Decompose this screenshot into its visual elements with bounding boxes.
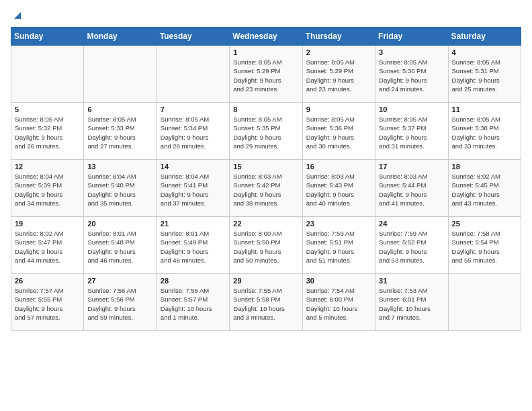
day-number: 30: [306, 277, 371, 285]
calendar-cell: [11, 46, 84, 103]
calendar-week-row: 5Sunrise: 8:05 AM Sunset: 5:32 PM Daylig…: [11, 103, 521, 160]
day-number: 10: [379, 105, 444, 113]
day-number: 17: [379, 163, 444, 171]
weekday-header-wednesday: Wednesday: [230, 28, 302, 46]
day-number: 27: [87, 277, 152, 285]
day-content: Sunrise: 7:56 AM Sunset: 5:56 PM Dayligh…: [87, 286, 152, 322]
day-number: 29: [233, 277, 298, 285]
weekday-header-thursday: Thursday: [302, 28, 375, 46]
day-content: Sunrise: 8:05 AM Sunset: 5:36 PM Dayligh…: [306, 115, 371, 150]
calendar-cell: 11Sunrise: 8:05 AM Sunset: 5:38 PM Dayli…: [448, 103, 521, 160]
calendar-cell: 15Sunrise: 8:03 AM Sunset: 5:42 PM Dayli…: [230, 160, 302, 217]
day-number: 28: [161, 277, 226, 285]
day-number: 3: [379, 48, 444, 56]
day-content: Sunrise: 8:05 AM Sunset: 5:29 PM Dayligh…: [233, 58, 298, 93]
day-number: 21: [161, 220, 226, 228]
day-content: Sunrise: 8:03 AM Sunset: 5:44 PM Dayligh…: [379, 172, 444, 208]
calendar-cell: 10Sunrise: 8:05 AM Sunset: 5:37 PM Dayli…: [375, 103, 448, 160]
calendar-cell: 3Sunrise: 8:05 AM Sunset: 5:30 PM Daylig…: [375, 46, 448, 103]
day-content: Sunrise: 8:03 AM Sunset: 5:42 PM Dayligh…: [233, 172, 298, 208]
day-number: 5: [15, 105, 80, 113]
day-content: Sunrise: 8:05 AM Sunset: 5:30 PM Dayligh…: [379, 58, 444, 93]
calendar-cell: 16Sunrise: 8:03 AM Sunset: 5:43 PM Dayli…: [302, 160, 375, 217]
day-number: 13: [87, 163, 152, 171]
day-content: Sunrise: 7:53 AM Sunset: 6:01 PM Dayligh…: [379, 286, 444, 322]
day-content: Sunrise: 7:57 AM Sunset: 5:55 PM Dayligh…: [15, 286, 80, 322]
calendar-cell: [448, 274, 521, 331]
day-number: 26: [15, 277, 80, 285]
weekday-row: SundayMondayTuesdayWednesdayThursdayFrid…: [11, 28, 521, 46]
day-content: Sunrise: 8:05 AM Sunset: 5:31 PM Dayligh…: [452, 58, 517, 93]
day-content: Sunrise: 8:00 AM Sunset: 5:50 PM Dayligh…: [233, 229, 298, 265]
day-content: Sunrise: 8:01 AM Sunset: 5:48 PM Dayligh…: [87, 229, 152, 265]
day-number: 20: [87, 220, 152, 228]
weekday-header-saturday: Saturday: [448, 28, 521, 46]
calendar-cell: [157, 46, 229, 103]
calendar-cell: 9Sunrise: 8:05 AM Sunset: 5:36 PM Daylig…: [302, 103, 375, 160]
calendar-cell: 14Sunrise: 8:04 AM Sunset: 5:41 PM Dayli…: [157, 160, 229, 217]
calendar-cell: 29Sunrise: 7:55 AM Sunset: 5:58 PM Dayli…: [230, 274, 302, 331]
calendar-cell: 18Sunrise: 8:02 AM Sunset: 5:45 PM Dayli…: [448, 160, 521, 217]
day-content: Sunrise: 8:02 AM Sunset: 5:45 PM Dayligh…: [452, 172, 517, 208]
day-number: 15: [233, 163, 298, 171]
day-content: Sunrise: 8:04 AM Sunset: 5:40 PM Dayligh…: [87, 172, 152, 208]
calendar-cell: 19Sunrise: 8:02 AM Sunset: 5:47 PM Dayli…: [11, 217, 84, 274]
day-number: 25: [452, 220, 517, 228]
logo-triangle-icon: [11, 9, 22, 20]
day-number: 8: [233, 105, 298, 113]
calendar-cell: 1Sunrise: 8:05 AM Sunset: 5:29 PM Daylig…: [230, 46, 302, 103]
calendar-cell: 24Sunrise: 7:59 AM Sunset: 5:52 PM Dayli…: [375, 217, 448, 274]
day-content: Sunrise: 8:05 AM Sunset: 5:29 PM Dayligh…: [306, 58, 371, 93]
day-content: Sunrise: 8:05 AM Sunset: 5:38 PM Dayligh…: [452, 115, 517, 150]
day-content: Sunrise: 8:05 AM Sunset: 5:32 PM Dayligh…: [15, 115, 80, 150]
calendar-week-row: 12Sunrise: 8:04 AM Sunset: 5:39 PM Dayli…: [11, 160, 521, 217]
day-number: 24: [379, 220, 444, 228]
day-content: Sunrise: 8:05 AM Sunset: 5:34 PM Dayligh…: [161, 115, 226, 150]
calendar-week-row: 26Sunrise: 7:57 AM Sunset: 5:55 PM Dayli…: [11, 274, 521, 331]
calendar-header: SundayMondayTuesdayWednesdayThursdayFrid…: [11, 28, 521, 46]
calendar-cell: 2Sunrise: 8:05 AM Sunset: 5:29 PM Daylig…: [302, 46, 375, 103]
day-number: 18: [452, 163, 517, 171]
calendar-cell: 25Sunrise: 7:58 AM Sunset: 5:54 PM Dayli…: [448, 217, 521, 274]
calendar-cell: 23Sunrise: 7:59 AM Sunset: 5:51 PM Dayli…: [302, 217, 375, 274]
calendar-cell: 12Sunrise: 8:04 AM Sunset: 5:39 PM Dayli…: [11, 160, 84, 217]
calendar-body: 1Sunrise: 8:05 AM Sunset: 5:29 PM Daylig…: [11, 46, 521, 331]
day-content: Sunrise: 8:03 AM Sunset: 5:43 PM Dayligh…: [306, 172, 371, 208]
svg-marker-0: [14, 12, 21, 19]
day-content: Sunrise: 7:55 AM Sunset: 5:58 PM Dayligh…: [233, 286, 298, 322]
calendar-cell: 26Sunrise: 7:57 AM Sunset: 5:55 PM Dayli…: [11, 274, 84, 331]
page-header: [11, 11, 521, 20]
day-number: 22: [233, 220, 298, 228]
calendar-cell: 31Sunrise: 7:53 AM Sunset: 6:01 PM Dayli…: [375, 274, 448, 331]
day-number: 19: [15, 220, 80, 228]
day-content: Sunrise: 7:59 AM Sunset: 5:52 PM Dayligh…: [379, 229, 444, 265]
calendar-cell: 20Sunrise: 8:01 AM Sunset: 5:48 PM Dayli…: [84, 217, 157, 274]
day-number: 7: [161, 105, 226, 113]
weekday-header-tuesday: Tuesday: [157, 28, 229, 46]
day-number: 23: [306, 220, 371, 228]
calendar-cell: 22Sunrise: 8:00 AM Sunset: 5:50 PM Dayli…: [230, 217, 302, 274]
calendar-cell: 28Sunrise: 7:56 AM Sunset: 5:57 PM Dayli…: [157, 274, 229, 331]
day-number: 31: [379, 277, 444, 285]
calendar-cell: 30Sunrise: 7:54 AM Sunset: 6:00 PM Dayli…: [302, 274, 375, 331]
calendar-cell: 27Sunrise: 7:56 AM Sunset: 5:56 PM Dayli…: [84, 274, 157, 331]
weekday-header-monday: Monday: [84, 28, 157, 46]
calendar-cell: 21Sunrise: 8:01 AM Sunset: 5:49 PM Dayli…: [157, 217, 229, 274]
weekday-header-sunday: Sunday: [11, 28, 84, 46]
day-number: 4: [452, 48, 517, 56]
calendar-cell: 5Sunrise: 8:05 AM Sunset: 5:32 PM Daylig…: [11, 103, 84, 160]
calendar-cell: 17Sunrise: 8:03 AM Sunset: 5:44 PM Dayli…: [375, 160, 448, 217]
calendar-week-row: 1Sunrise: 8:05 AM Sunset: 5:29 PM Daylig…: [11, 46, 521, 103]
day-number: 6: [87, 105, 152, 113]
day-content: Sunrise: 7:58 AM Sunset: 5:54 PM Dayligh…: [452, 229, 517, 265]
calendar-cell: [84, 46, 157, 103]
day-number: 9: [306, 105, 371, 113]
day-number: 2: [306, 48, 371, 56]
day-content: Sunrise: 8:05 AM Sunset: 5:35 PM Dayligh…: [233, 115, 298, 150]
day-number: 16: [306, 163, 371, 171]
day-content: Sunrise: 7:54 AM Sunset: 6:00 PM Dayligh…: [306, 286, 371, 322]
logo-general: [11, 11, 22, 20]
day-content: Sunrise: 8:05 AM Sunset: 5:37 PM Dayligh…: [379, 115, 444, 150]
day-number: 14: [161, 163, 226, 171]
calendar-table: SundayMondayTuesdayWednesdayThursdayFrid…: [11, 27, 521, 331]
